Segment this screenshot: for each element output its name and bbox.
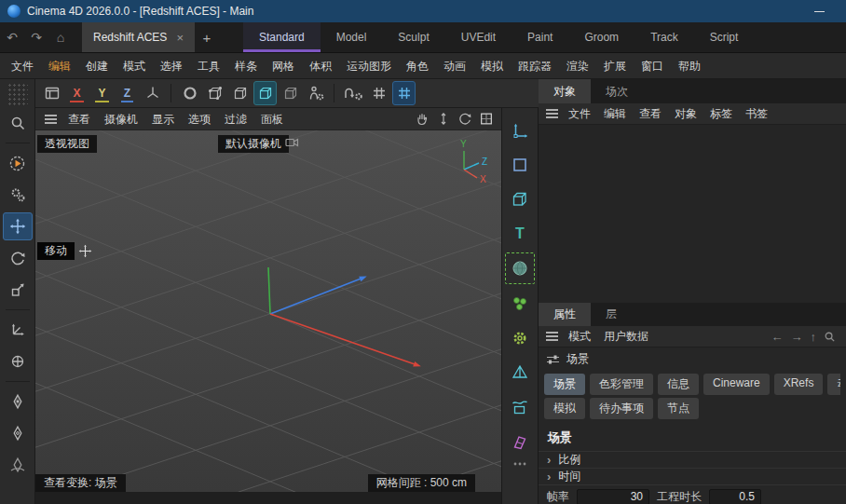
am-menu-mode[interactable]: 模式 [562,326,597,347]
layout-groom[interactable]: Groom [568,22,634,52]
more-tools-dots-icon[interactable] [504,458,536,471]
om-menu-objects[interactable]: 对象 [668,103,703,125]
redo-button[interactable]: ↷ [24,22,48,52]
vp-menu-view[interactable]: 查看 [61,108,97,130]
am-hamburger-icon[interactable] [546,332,558,341]
move-tool-icon[interactable] [3,212,33,240]
menu-select[interactable]: 选择 [153,53,190,79]
layout-panel-icon[interactable] [40,81,63,105]
om-menu-bookmarks[interactable]: 书签 [739,103,774,125]
rotate-tool-icon[interactable] [3,244,33,272]
menu-mograph[interactable]: 运动图形 [339,53,399,79]
text-primitive-icon[interactable]: T [504,216,536,251]
document-tab[interactable]: Redshift ACES × [82,22,195,52]
cube-dark-icon[interactable] [279,81,302,105]
category-color-management[interactable]: 色彩管理 [590,374,653,395]
category-info[interactable]: 信息 [658,374,699,395]
om-menu-file[interactable]: 文件 [562,103,597,125]
cube-tool-active-icon[interactable] [253,81,277,105]
cube-points-icon[interactable] [203,81,226,105]
quantize-snap-active-icon[interactable] [392,81,416,105]
ring-object-icon[interactable] [178,81,201,105]
pen-tool-icon[interactable] [3,388,33,415]
menu-simulate[interactable]: 模拟 [473,53,511,79]
category-scene[interactable]: 场景 [544,374,585,395]
category-xrefs[interactable]: XRefs [774,374,824,395]
history-forward-icon[interactable]: → [791,330,803,344]
menu-tracker[interactable]: 跟踪器 [511,53,559,79]
pan-hand-icon[interactable] [415,111,430,127]
plane-primitive-icon[interactable] [504,147,536,182]
category-simulation[interactable]: 模拟 [544,398,585,419]
om-menu-tags[interactable]: 标签 [703,103,739,125]
home-button[interactable]: ⌂ [48,22,73,52]
attribute-object-row[interactable]: 场景 [539,347,846,371]
minimize-button[interactable] [799,0,839,22]
parent-up-icon[interactable]: ↑ [811,330,817,344]
axis-x-toggle[interactable]: X [65,81,89,105]
menu-mesh[interactable]: 网格 [265,53,302,79]
axis-y-toggle[interactable]: Y [90,81,114,105]
menu-mode[interactable]: 模式 [116,53,153,79]
duration-input[interactable]: 0.5 [709,489,761,504]
close-tab-icon[interactable]: × [176,31,184,45]
live-selection-icon[interactable] [3,149,33,177]
menu-volume[interactable]: 体积 [302,53,339,79]
menu-create[interactable]: 创建 [78,53,116,79]
sketch-pen-icon[interactable] [3,419,33,447]
layout-uvedit[interactable]: UVEdit [445,22,512,52]
spline-object-icon[interactable] [504,389,536,424]
dolly-icon[interactable] [436,111,451,127]
layout-standard[interactable]: Standard [243,22,321,52]
section-scale[interactable]: › 比例 [539,451,846,468]
character-gear-icon[interactable] [304,81,327,105]
layout-track[interactable]: Track [634,22,694,52]
layout-sculpt[interactable]: Sculpt [382,22,444,52]
category-cineware[interactable]: Cineware [703,374,770,395]
menu-character[interactable]: 角色 [399,53,436,79]
cube-outline-icon[interactable] [228,81,252,105]
palette-grip[interactable] [7,83,28,105]
menu-window[interactable]: 窗口 [634,53,671,79]
vp-menu-filter[interactable]: 过滤 [218,108,253,130]
history-back-icon[interactable]: ← [771,330,784,344]
attribute-search-icon[interactable] [824,331,836,343]
viewport-canvas[interactable]: 透视视图 默认摄像机 移动 Y Z X 查看变换: 场景 网格间距 : 500 … [35,130,501,492]
search-commander-icon[interactable] [3,109,33,137]
om-hamburger-icon[interactable] [546,109,558,118]
vp-menu-options[interactable]: 选项 [182,108,217,130]
undo-button[interactable]: ↶ [0,22,24,52]
am-menu-userdata[interactable]: 用户数据 [597,326,655,347]
category-nodes[interactable]: 节点 [658,398,699,419]
generator-gear-icon[interactable] [504,320,536,355]
add-tab-button[interactable]: + [195,22,219,52]
layout-paint[interactable]: Paint [512,22,568,52]
tab-objects[interactable]: 对象 [539,79,591,103]
tab-takes[interactable]: 场次 [591,79,643,103]
tab-attributes[interactable]: 属性 [539,303,591,326]
sphere-primitive-icon[interactable] [505,252,535,284]
deformer-icon[interactable] [504,424,536,458]
object-list[interactable] [539,125,846,303]
category-todo[interactable]: 待办事项 [590,398,653,419]
cube-primitive-icon[interactable] [504,182,536,216]
fps-input[interactable]: 30 [577,489,649,504]
coordinate-system-icon[interactable] [141,81,164,105]
layout-model[interactable]: Model [321,22,383,52]
menu-render[interactable]: 渲染 [559,53,596,79]
axis-z-toggle[interactable]: Z [116,81,139,105]
camera-switch-icon[interactable] [285,137,300,148]
menu-spline[interactable]: 样条 [227,53,265,79]
view-name-label[interactable]: 透视视图 [37,135,97,153]
rotate-axis-tool-icon[interactable] [3,347,33,375]
menu-help[interactable]: 帮助 [671,53,708,79]
spline-pen-icon[interactable] [3,451,33,479]
vp-menu-camera[interactable]: 摄像机 [98,108,144,130]
camera-name-label[interactable]: 默认摄像机 [218,135,289,153]
move-axis-tool-icon[interactable] [3,316,33,344]
tab-layers[interactable]: 层 [591,303,632,326]
orbit-icon[interactable] [457,111,472,127]
uturn-gear-icon[interactable] [341,81,365,105]
om-menu-edit[interactable]: 编辑 [597,103,633,125]
toggle-panel-icon[interactable] [479,111,494,127]
